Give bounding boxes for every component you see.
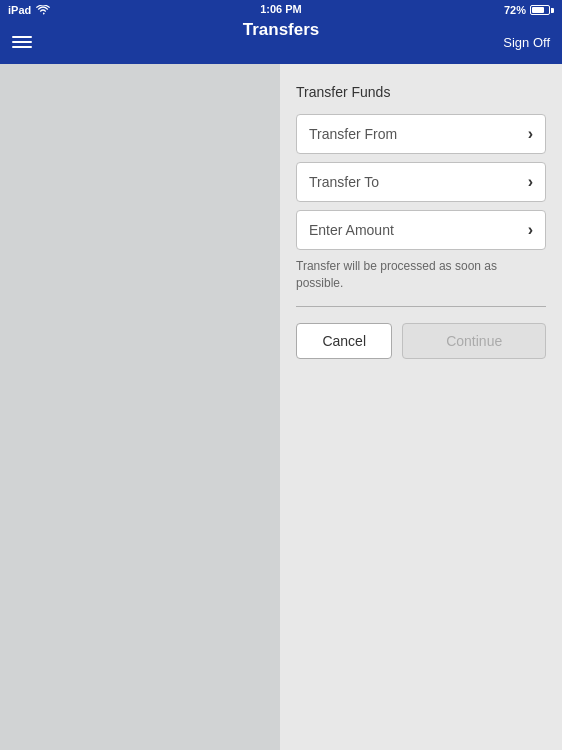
battery-icon — [530, 5, 554, 15]
right-panel: Transfer Funds Transfer From › Transfer … — [280, 64, 562, 750]
page-title: Transfers — [243, 20, 320, 40]
wifi-icon — [36, 5, 50, 15]
continue-button[interactable]: Continue — [402, 323, 546, 359]
hamburger-line-1 — [12, 36, 32, 38]
hamburger-line-3 — [12, 46, 32, 48]
status-bar-right: 72% — [504, 4, 554, 16]
transfer-from-chevron-icon: › — [528, 125, 533, 143]
transfer-from-label: Transfer From — [309, 126, 397, 142]
enter-amount-label: Enter Amount — [309, 222, 394, 238]
main-content: Transfer Funds Transfer From › Transfer … — [0, 64, 562, 750]
left-panel — [0, 64, 280, 750]
nav-bar: Transfers Sign Off — [0, 20, 562, 64]
section-title: Transfer Funds — [296, 84, 546, 100]
enter-amount-field[interactable]: Enter Amount › — [296, 210, 546, 250]
status-bar-left: iPad — [8, 4, 50, 16]
sign-off-button[interactable]: Sign Off — [503, 35, 550, 50]
buttons-row: Cancel Continue — [296, 323, 546, 359]
info-text: Transfer will be processed as soon as po… — [296, 258, 546, 292]
hamburger-menu-button[interactable] — [12, 36, 32, 48]
status-time: 1:06 PM — [260, 3, 302, 15]
enter-amount-chevron-icon: › — [528, 221, 533, 239]
transfer-from-field[interactable]: Transfer From › — [296, 114, 546, 154]
transfer-to-field[interactable]: Transfer To › — [296, 162, 546, 202]
device-label: iPad — [8, 4, 31, 16]
cancel-button[interactable]: Cancel — [296, 323, 392, 359]
transfer-to-label: Transfer To — [309, 174, 379, 190]
status-bar: iPad 1:06 PM 72% — [0, 0, 562, 20]
battery-percent: 72% — [504, 4, 526, 16]
transfer-to-chevron-icon: › — [528, 173, 533, 191]
divider — [296, 306, 546, 307]
hamburger-line-2 — [12, 41, 32, 43]
